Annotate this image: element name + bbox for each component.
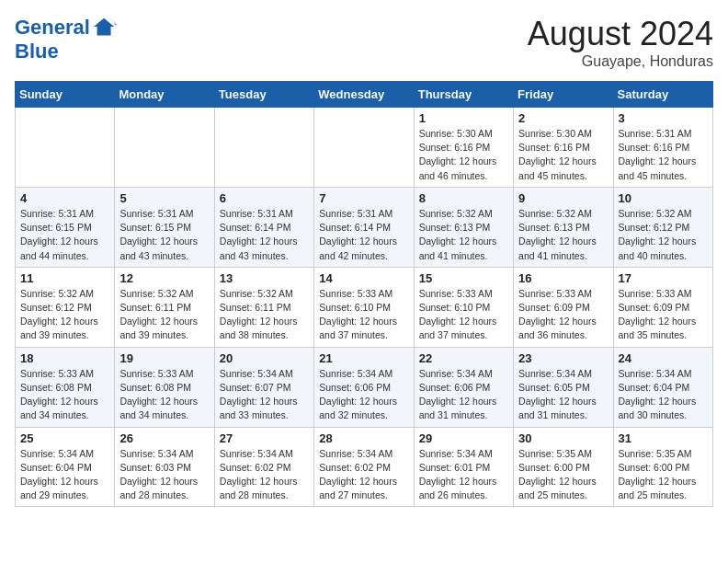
logo-icon [92, 15, 118, 40]
day-number: 29 [419, 431, 508, 445]
day-info: Sunrise: 5:31 AM Sunset: 6:14 PM Dayligh… [319, 207, 408, 263]
subtitle: Guayape, Honduras [528, 53, 713, 70]
calendar-cell: 5Sunrise: 5:31 AM Sunset: 6:15 PM Daylig… [115, 187, 214, 267]
day-number: 27 [220, 431, 309, 445]
day-number: 8 [419, 191, 508, 205]
day-info: Sunrise: 5:32 AM Sunset: 6:12 PM Dayligh… [20, 287, 109, 343]
day-number: 7 [319, 191, 408, 205]
day-info: Sunrise: 5:34 AM Sunset: 6:06 PM Dayligh… [419, 367, 508, 423]
day-number: 16 [518, 271, 608, 285]
day-info: Sunrise: 5:34 AM Sunset: 6:03 PM Dayligh… [119, 447, 209, 503]
title-block: August 2024 Guayape, Honduras [528, 15, 713, 70]
calendar-cell: 13Sunrise: 5:32 AM Sunset: 6:11 PM Dayli… [214, 267, 313, 347]
day-info: Sunrise: 5:30 AM Sunset: 6:16 PM Dayligh… [419, 127, 508, 183]
day-number: 18 [20, 351, 109, 365]
day-number: 21 [319, 351, 408, 365]
weekday-header-row: SundayMondayTuesdayWednesdayThursdayFrid… [16, 82, 713, 108]
calendar-cell: 26Sunrise: 5:34 AM Sunset: 6:03 PM Dayli… [115, 427, 214, 507]
calendar-week-4: 18Sunrise: 5:33 AM Sunset: 6:08 PM Dayli… [16, 347, 713, 427]
calendar-cell: 25Sunrise: 5:34 AM Sunset: 6:04 PM Dayli… [16, 427, 115, 507]
day-info: Sunrise: 5:32 AM Sunset: 6:13 PM Dayligh… [518, 207, 608, 263]
calendar-cell: 30Sunrise: 5:35 AM Sunset: 6:00 PM Dayli… [514, 427, 613, 507]
calendar-week-2: 4Sunrise: 5:31 AM Sunset: 6:15 PM Daylig… [16, 187, 713, 267]
day-number: 4 [20, 191, 109, 205]
calendar-cell: 24Sunrise: 5:34 AM Sunset: 6:04 PM Dayli… [613, 347, 712, 427]
day-number: 14 [319, 271, 408, 285]
calendar-cell: 27Sunrise: 5:34 AM Sunset: 6:02 PM Dayli… [214, 427, 313, 507]
weekday-header-monday: Monday [115, 82, 214, 108]
calendar-cell: 4Sunrise: 5:31 AM Sunset: 6:15 PM Daylig… [16, 187, 115, 267]
calendar-week-1: 1Sunrise: 5:30 AM Sunset: 6:16 PM Daylig… [16, 108, 713, 188]
logo-text: General [15, 17, 90, 39]
day-info: Sunrise: 5:32 AM Sunset: 6:13 PM Dayligh… [419, 207, 508, 263]
day-number: 26 [119, 431, 209, 445]
calendar-cell: 28Sunrise: 5:34 AM Sunset: 6:02 PM Dayli… [314, 427, 414, 507]
logo-blue-text: Blue [15, 40, 118, 63]
day-info: Sunrise: 5:33 AM Sunset: 6:10 PM Dayligh… [419, 287, 508, 343]
day-number: 30 [518, 431, 608, 445]
weekday-header-thursday: Thursday [414, 82, 513, 108]
calendar-cell: 17Sunrise: 5:33 AM Sunset: 6:09 PM Dayli… [613, 267, 712, 347]
calendar-cell [214, 108, 313, 188]
day-info: Sunrise: 5:32 AM Sunset: 6:12 PM Dayligh… [619, 207, 708, 263]
day-info: Sunrise: 5:34 AM Sunset: 6:04 PM Dayligh… [619, 367, 708, 423]
day-number: 3 [619, 111, 708, 125]
day-number: 2 [518, 111, 608, 125]
calendar-cell: 31Sunrise: 5:35 AM Sunset: 6:00 PM Dayli… [613, 427, 712, 507]
day-info: Sunrise: 5:31 AM Sunset: 6:15 PM Dayligh… [20, 207, 109, 263]
day-number: 6 [220, 191, 309, 205]
day-info: Sunrise: 5:33 AM Sunset: 6:08 PM Dayligh… [20, 367, 109, 423]
weekday-header-sunday: Sunday [16, 82, 115, 108]
day-info: Sunrise: 5:34 AM Sunset: 6:07 PM Dayligh… [220, 367, 309, 423]
calendar-cell: 10Sunrise: 5:32 AM Sunset: 6:12 PM Dayli… [613, 187, 712, 267]
day-info: Sunrise: 5:32 AM Sunset: 6:11 PM Dayligh… [119, 287, 209, 343]
calendar-cell [16, 108, 115, 188]
calendar-cell: 6Sunrise: 5:31 AM Sunset: 6:14 PM Daylig… [214, 187, 313, 267]
day-number: 9 [518, 191, 608, 205]
day-info: Sunrise: 5:31 AM Sunset: 6:15 PM Dayligh… [119, 207, 209, 263]
calendar-cell: 16Sunrise: 5:33 AM Sunset: 6:09 PM Dayli… [514, 267, 613, 347]
calendar-week-3: 11Sunrise: 5:32 AM Sunset: 6:12 PM Dayli… [16, 267, 713, 347]
day-info: Sunrise: 5:34 AM Sunset: 6:02 PM Dayligh… [220, 447, 309, 503]
calendar-cell: 19Sunrise: 5:33 AM Sunset: 6:08 PM Dayli… [115, 347, 214, 427]
calendar-cell: 11Sunrise: 5:32 AM Sunset: 6:12 PM Dayli… [16, 267, 115, 347]
day-info: Sunrise: 5:33 AM Sunset: 6:09 PM Dayligh… [518, 287, 608, 343]
day-info: Sunrise: 5:31 AM Sunset: 6:16 PM Dayligh… [619, 127, 708, 183]
weekday-header-friday: Friday [514, 82, 613, 108]
day-info: Sunrise: 5:34 AM Sunset: 6:06 PM Dayligh… [319, 367, 408, 423]
day-number: 22 [419, 351, 508, 365]
main-title: August 2024 [528, 15, 713, 53]
day-number: 10 [619, 191, 708, 205]
day-number: 23 [518, 351, 608, 365]
calendar-cell: 23Sunrise: 5:34 AM Sunset: 6:05 PM Dayli… [514, 347, 613, 427]
calendar-cell: 15Sunrise: 5:33 AM Sunset: 6:10 PM Dayli… [414, 267, 513, 347]
calendar-cell: 22Sunrise: 5:34 AM Sunset: 6:06 PM Dayli… [414, 347, 513, 427]
day-info: Sunrise: 5:35 AM Sunset: 6:00 PM Dayligh… [518, 447, 608, 503]
calendar-cell: 18Sunrise: 5:33 AM Sunset: 6:08 PM Dayli… [16, 347, 115, 427]
day-number: 19 [119, 351, 209, 365]
calendar-cell [115, 108, 214, 188]
weekday-header-tuesday: Tuesday [214, 82, 313, 108]
day-info: Sunrise: 5:30 AM Sunset: 6:16 PM Dayligh… [518, 127, 608, 183]
calendar-cell: 12Sunrise: 5:32 AM Sunset: 6:11 PM Dayli… [115, 267, 214, 347]
weekday-header-wednesday: Wednesday [314, 82, 414, 108]
day-number: 24 [619, 351, 708, 365]
day-number: 31 [619, 431, 708, 445]
calendar-cell: 21Sunrise: 5:34 AM Sunset: 6:06 PM Dayli… [314, 347, 414, 427]
day-number: 17 [619, 271, 708, 285]
calendar-cell [314, 108, 414, 188]
day-number: 25 [20, 431, 109, 445]
calendar-cell: 14Sunrise: 5:33 AM Sunset: 6:10 PM Dayli… [314, 267, 414, 347]
day-info: Sunrise: 5:34 AM Sunset: 6:05 PM Dayligh… [518, 367, 608, 423]
calendar-cell: 3Sunrise: 5:31 AM Sunset: 6:16 PM Daylig… [613, 108, 712, 188]
day-number: 11 [20, 271, 109, 285]
weekday-header-saturday: Saturday [613, 82, 712, 108]
day-number: 1 [419, 111, 508, 125]
day-info: Sunrise: 5:34 AM Sunset: 6:04 PM Dayligh… [20, 447, 109, 503]
day-number: 20 [220, 351, 309, 365]
day-info: Sunrise: 5:34 AM Sunset: 6:01 PM Dayligh… [419, 447, 508, 503]
calendar-cell: 20Sunrise: 5:34 AM Sunset: 6:07 PM Dayli… [214, 347, 313, 427]
calendar-cell: 1Sunrise: 5:30 AM Sunset: 6:16 PM Daylig… [414, 108, 513, 188]
day-info: Sunrise: 5:32 AM Sunset: 6:11 PM Dayligh… [220, 287, 309, 343]
page-header: General Blue August 2024 Guayape, Hondur… [15, 15, 713, 70]
